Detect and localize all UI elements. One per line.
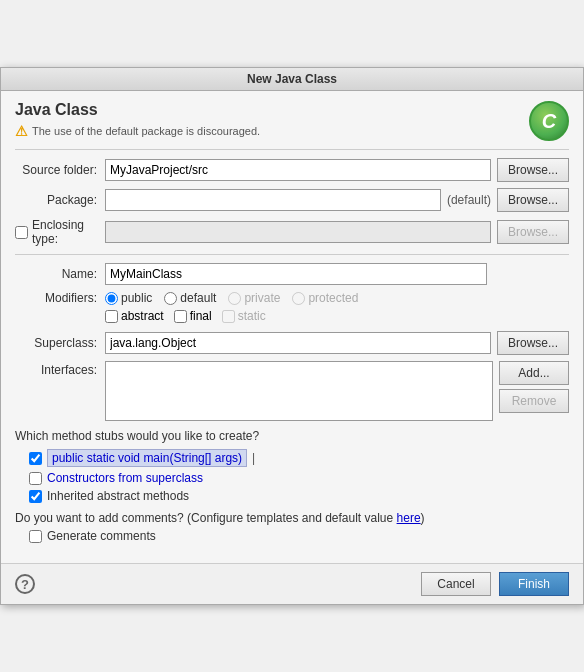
main-method-stub-item: public static void main(String[] args) | bbox=[29, 449, 569, 467]
modifiers-checkbox-row: abstract final static bbox=[105, 309, 569, 323]
static-checkbox-label[interactable]: static bbox=[222, 309, 266, 323]
cancel-button[interactable]: Cancel bbox=[421, 572, 491, 596]
comments-question-end: ) bbox=[421, 511, 425, 525]
constructors-stub-item: Constructors from superclass bbox=[29, 471, 569, 485]
modifiers-label: Modifiers: bbox=[15, 291, 105, 305]
package-row: Package: (default) Browse... bbox=[15, 188, 569, 212]
name-label: Name: bbox=[15, 267, 105, 281]
enclosing-type-checkbox-label[interactable]: Enclosing type: bbox=[15, 218, 97, 246]
protected-radio[interactable] bbox=[292, 292, 305, 305]
cursor-indicator: | bbox=[252, 451, 255, 465]
comments-question-text: Do you want to add comments? (Configure … bbox=[15, 511, 397, 525]
enclosing-type-checkbox[interactable] bbox=[15, 226, 28, 239]
final-checkbox-label[interactable]: final bbox=[174, 309, 212, 323]
java-logo: C bbox=[529, 101, 569, 141]
package-input[interactable] bbox=[105, 189, 441, 211]
package-default-text: (default) bbox=[447, 193, 491, 207]
superclass-row: Superclass: Browse... bbox=[15, 331, 569, 355]
enclosing-type-row: Enclosing type: Browse... bbox=[15, 218, 569, 246]
default-radio[interactable] bbox=[164, 292, 177, 305]
generate-comments-row: Generate comments bbox=[29, 529, 569, 543]
modifiers-radio-group: public default private protected bbox=[105, 291, 358, 305]
final-checkbox[interactable] bbox=[174, 310, 187, 323]
abstract-label: abstract bbox=[121, 309, 164, 323]
package-label: Package: bbox=[15, 193, 105, 207]
generate-comments-checkbox[interactable] bbox=[29, 530, 42, 543]
final-label: final bbox=[190, 309, 212, 323]
stubs-section: Which method stubs would you like to cre… bbox=[15, 429, 569, 503]
new-java-class-dialog: New Java Class Java Class ⚠ The use of t… bbox=[0, 67, 584, 605]
separator-1 bbox=[15, 149, 569, 150]
modifiers-radio-row: Modifiers: public default private protec… bbox=[15, 291, 569, 305]
interfaces-label: Interfaces: bbox=[15, 361, 105, 377]
enclosing-type-label: Enclosing type: bbox=[32, 218, 97, 246]
default-radio-label[interactable]: default bbox=[164, 291, 216, 305]
package-browse-button[interactable]: Browse... bbox=[497, 188, 569, 212]
source-folder-label: Source folder: bbox=[15, 163, 105, 177]
public-label: public bbox=[121, 291, 152, 305]
remove-interface-button[interactable]: Remove bbox=[499, 389, 569, 413]
main-method-label: public static void main(String[] args) bbox=[47, 449, 247, 467]
source-folder-input[interactable] bbox=[105, 159, 491, 181]
dialog-title-bar: New Java Class bbox=[1, 68, 583, 91]
protected-radio-label[interactable]: protected bbox=[292, 291, 358, 305]
inherited-stub-item: Inherited abstract methods bbox=[29, 489, 569, 503]
abstract-checkbox-label[interactable]: abstract bbox=[105, 309, 164, 323]
warning-icon: ⚠ bbox=[15, 123, 28, 139]
public-radio-label[interactable]: public bbox=[105, 291, 152, 305]
static-checkbox[interactable] bbox=[222, 310, 235, 323]
public-radio[interactable] bbox=[105, 292, 118, 305]
stubs-question: Which method stubs would you like to cre… bbox=[15, 429, 569, 443]
finish-button[interactable]: Finish bbox=[499, 572, 569, 596]
default-label: default bbox=[180, 291, 216, 305]
protected-label: protected bbox=[308, 291, 358, 305]
page-title: Java Class bbox=[15, 101, 529, 119]
source-folder-row: Source folder: Browse... bbox=[15, 158, 569, 182]
interfaces-row: Interfaces: Add... Remove bbox=[15, 361, 569, 421]
superclass-label: Superclass: bbox=[15, 336, 105, 350]
comments-section: Do you want to add comments? (Configure … bbox=[15, 511, 569, 543]
modifiers-checkbox-group: abstract final static bbox=[105, 309, 266, 323]
private-radio-label[interactable]: private bbox=[228, 291, 280, 305]
superclass-input[interactable] bbox=[105, 332, 491, 354]
interfaces-buttons: Add... Remove bbox=[499, 361, 569, 413]
name-row: Name: bbox=[15, 263, 569, 285]
main-method-checkbox[interactable] bbox=[29, 452, 42, 465]
footer-buttons: Cancel Finish bbox=[421, 572, 569, 596]
separator-2 bbox=[15, 254, 569, 255]
static-label: static bbox=[238, 309, 266, 323]
enclosing-type-browse-button[interactable]: Browse... bbox=[497, 220, 569, 244]
warning-text: The use of the default package is discou… bbox=[32, 125, 260, 137]
add-interface-button[interactable]: Add... bbox=[499, 361, 569, 385]
configure-link[interactable]: here bbox=[397, 511, 421, 525]
name-input[interactable] bbox=[105, 263, 487, 285]
generate-comments-label: Generate comments bbox=[47, 529, 156, 543]
private-radio[interactable] bbox=[228, 292, 241, 305]
interfaces-area[interactable] bbox=[105, 361, 493, 421]
dialog-title: New Java Class bbox=[247, 72, 337, 86]
source-folder-browse-button[interactable]: Browse... bbox=[497, 158, 569, 182]
inherited-label: Inherited abstract methods bbox=[47, 489, 189, 503]
enclosing-type-input[interactable] bbox=[105, 221, 491, 243]
help-button[interactable]: ? bbox=[15, 574, 35, 594]
private-label: private bbox=[244, 291, 280, 305]
constructors-label: Constructors from superclass bbox=[47, 471, 203, 485]
abstract-checkbox[interactable] bbox=[105, 310, 118, 323]
superclass-browse-button[interactable]: Browse... bbox=[497, 331, 569, 355]
dialog-footer: ? Cancel Finish bbox=[1, 563, 583, 604]
constructors-checkbox[interactable] bbox=[29, 472, 42, 485]
comments-question: Do you want to add comments? (Configure … bbox=[15, 511, 569, 525]
inherited-checkbox[interactable] bbox=[29, 490, 42, 503]
